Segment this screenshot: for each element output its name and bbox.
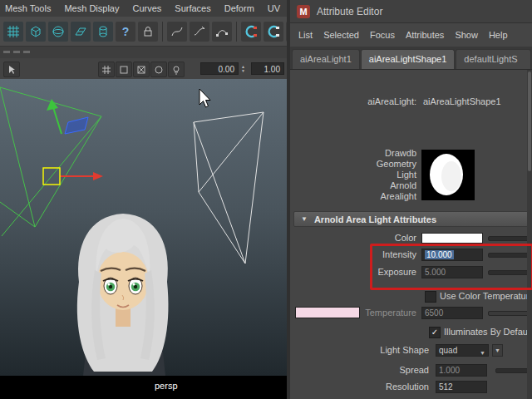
snap-grid-icon[interactable]	[241, 22, 261, 42]
menu-mesh-display[interactable]: Mesh Display	[64, 3, 119, 13]
menu-curves[interactable]: Curves	[132, 3, 161, 13]
illuminates-by-default-checkbox[interactable]: ✓	[429, 327, 441, 338]
snap-curve-icon[interactable]	[264, 22, 283, 42]
shelf-divider	[162, 22, 163, 42]
pane-menu-icon[interactable]	[3, 51, 10, 53]
color-swatch[interactable]	[421, 233, 483, 244]
menu-focus[interactable]: Focus	[370, 30, 395, 40]
menu-show[interactable]: Show	[455, 30, 478, 40]
shading-cube-icon[interactable]	[116, 62, 132, 77]
grid-toggle-icon[interactable]	[98, 62, 115, 77]
viewport-scene	[0, 79, 287, 376]
shelf-toolbar: ?	[0, 17, 287, 47]
illuminates-by-default-label: Illuminates By Default	[444, 327, 532, 337]
tab-aiarealight1[interactable]: aiAreaLight1	[292, 49, 360, 69]
attribute-editor-tabbar: aiAreaLight1 aiAreaLightShape1 defaultLi…	[290, 47, 532, 70]
menu-deform[interactable]: Deform	[224, 3, 254, 13]
exposure-slider[interactable]	[488, 270, 530, 275]
menu-attributes[interactable]: Attributes	[406, 30, 444, 40]
maya-window: Mesh Tools Mesh Display Curves Surfaces …	[0, 0, 532, 399]
curve-tool-icon[interactable]	[167, 22, 187, 42]
temperature-field[interactable]: 6500	[421, 307, 483, 319]
camera-label: persp	[155, 381, 178, 391]
attribute-editor-content: aiAreaLight: aiAreaLightShape1 Drawdb Ge…	[290, 70, 532, 399]
use-color-temperature-label: Use Color Temperature	[440, 291, 532, 301]
poly-grid-icon[interactable]	[3, 22, 23, 42]
section-title: Arnold Area Light Attributes	[314, 214, 436, 224]
spread-slider[interactable]	[495, 368, 530, 373]
dropdown-arrow-icon: ▼	[480, 347, 485, 358]
node-classification-labels: Drawdb Geometry Light Arnold Arealight	[377, 148, 416, 202]
menu-list[interactable]: List	[298, 30, 313, 40]
menu-mesh-tools[interactable]: Mesh Tools	[5, 3, 51, 13]
tab-defaultlightset[interactable]: defaultLightS	[456, 49, 531, 69]
poly-cube-icon[interactable]	[26, 22, 46, 42]
pane-menu-strip	[0, 47, 287, 59]
x-axis-handle[interactable]	[93, 172, 103, 180]
attribute-editor-menubar: List Selected Focus Attributes Show Help	[290, 23, 532, 47]
attribute-editor-panel: M Attribute Editor List Selected Focus A…	[287, 0, 532, 399]
tab-aiarealightshape1[interactable]: aiAreaLightShape1	[361, 49, 456, 69]
y-axis-handle[interactable]	[47, 99, 58, 111]
temperature-color-swatch	[295, 307, 360, 318]
poly-sphere-icon[interactable]	[48, 22, 68, 42]
perspective-viewport[interactable]	[0, 79, 287, 376]
menu-uv[interactable]: UV	[268, 3, 280, 13]
resolution-field[interactable]: 512	[436, 381, 487, 393]
select-tool-icon[interactable]	[3, 62, 20, 77]
plane-handle[interactable]	[65, 117, 88, 134]
poly-plane-icon[interactable]	[71, 22, 91, 42]
color-slider[interactable]	[488, 236, 530, 241]
arnold-section-header[interactable]: ▼ Arnold Area Light Attributes	[293, 211, 529, 227]
intensity-slider[interactable]	[488, 253, 530, 258]
dropdown-arrow-icon: ▼	[495, 347, 500, 353]
ep-curve-icon[interactable]	[212, 22, 232, 42]
color-label: Color	[395, 233, 416, 243]
character-model[interactable]	[77, 214, 169, 376]
collapse-triangle-icon: ▼	[301, 215, 308, 223]
mouse-cursor-icon	[200, 89, 210, 107]
pane-menu-icon[interactable]	[13, 51, 20, 53]
value-spinner[interactable]: ▲▼	[239, 62, 247, 75]
panel-title: Attribute Editor	[317, 6, 382, 17]
menu-selected[interactable]: Selected	[323, 30, 359, 40]
light-shape-dropdown[interactable]: quad ▼	[436, 344, 489, 357]
exposure-field[interactable]: 5.000	[421, 266, 483, 278]
intensity-label: Intensity	[382, 249, 416, 259]
pane-menu-icon[interactable]	[23, 51, 30, 53]
area-light-wireframe[interactable]	[194, 112, 264, 264]
lock-icon[interactable]	[138, 22, 158, 42]
attribute-editor-scrollbar[interactable]	[527, 70, 532, 399]
viewport-toolbar: 0.00 ▲▼ 1.00	[0, 58, 287, 80]
lighting-toggle-icon[interactable]	[168, 62, 185, 77]
viewport-bottom-bar: persp	[0, 376, 287, 399]
textured-cube-icon[interactable]	[150, 62, 167, 77]
intensity-field[interactable]: 10.000	[421, 249, 483, 261]
node-type-label: aiAreaLight:	[367, 96, 416, 106]
spread-field[interactable]: 1.000	[436, 364, 487, 377]
menu-help[interactable]: Help	[489, 30, 508, 40]
temperature-label: Temperature	[365, 308, 416, 318]
attribute-editor-titlebar[interactable]: M Attribute Editor	[290, 0, 532, 23]
render-preview-swatch[interactable]	[421, 150, 475, 200]
use-color-temperature-checkbox[interactable]	[425, 291, 436, 303]
exposure-label: Exposure	[378, 267, 416, 277]
spread-label: Spread	[400, 365, 429, 375]
exposure-value-field[interactable]: 0.00	[200, 62, 239, 75]
move-manipulator[interactable]	[43, 99, 103, 185]
scrollbar-thumb[interactable]	[528, 71, 531, 171]
light-shape-menu-button[interactable]: ▼	[492, 344, 503, 357]
wireframe-cube-icon[interactable]	[133, 62, 150, 77]
shelf-divider	[236, 22, 237, 42]
pencil-curve-icon[interactable]	[190, 22, 209, 42]
temperature-slider[interactable]	[488, 311, 530, 316]
menu-surfaces[interactable]: Surfaces	[175, 3, 210, 13]
main-menubar: Mesh Tools Mesh Display Curves Surfaces …	[0, 0, 287, 17]
light-shape-label: Light Shape	[380, 345, 429, 355]
gamma-value-field[interactable]: 1.00	[251, 62, 284, 75]
resolution-label: Resolution	[386, 382, 429, 392]
node-name-value[interactable]: aiAreaLightShape1	[423, 96, 501, 106]
maya-logo-icon: M	[297, 5, 310, 18]
help-icon[interactable]: ?	[116, 22, 135, 42]
poly-cylinder-icon[interactable]	[93, 22, 113, 42]
